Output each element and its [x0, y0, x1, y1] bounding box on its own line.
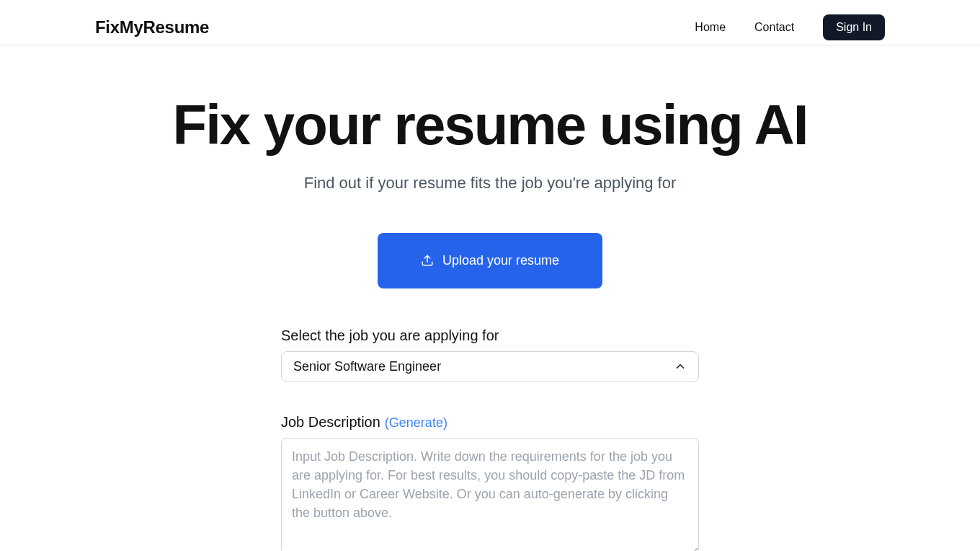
page-header: FixMyResume Home Contact Sign In: [0, 0, 980, 45]
upload-icon: [421, 254, 434, 267]
job-description-label: Job Description: [281, 414, 380, 431]
upload-resume-button[interactable]: Upload your resume: [378, 233, 602, 288]
job-select[interactable]: Senior Software Engineer: [281, 351, 699, 382]
jd-label-row: Job Description (Generate): [281, 414, 699, 431]
nav-home[interactable]: Home: [695, 21, 726, 34]
nav-contact[interactable]: Contact: [754, 21, 794, 34]
main-content: Fix your resume using AI Find out if you…: [0, 45, 980, 551]
job-description-textarea[interactable]: [281, 438, 699, 551]
logo[interactable]: FixMyResume: [95, 17, 209, 38]
select-job-label: Select the job you are applying for: [281, 327, 699, 344]
generate-link[interactable]: (Generate): [385, 415, 447, 431]
signin-button[interactable]: Sign In: [823, 14, 885, 40]
chevron-up-icon: [674, 360, 687, 373]
hero-subtitle: Find out if your resume fits the job you…: [304, 174, 677, 193]
hero-title: Fix your resume using AI: [173, 96, 808, 155]
upload-button-label: Upload your resume: [442, 253, 559, 268]
header-nav: Home Contact Sign In: [695, 14, 885, 40]
job-select-value: Senior Software Engineer: [293, 359, 441, 374]
form-area: Select the job you are applying for Seni…: [281, 327, 699, 551]
